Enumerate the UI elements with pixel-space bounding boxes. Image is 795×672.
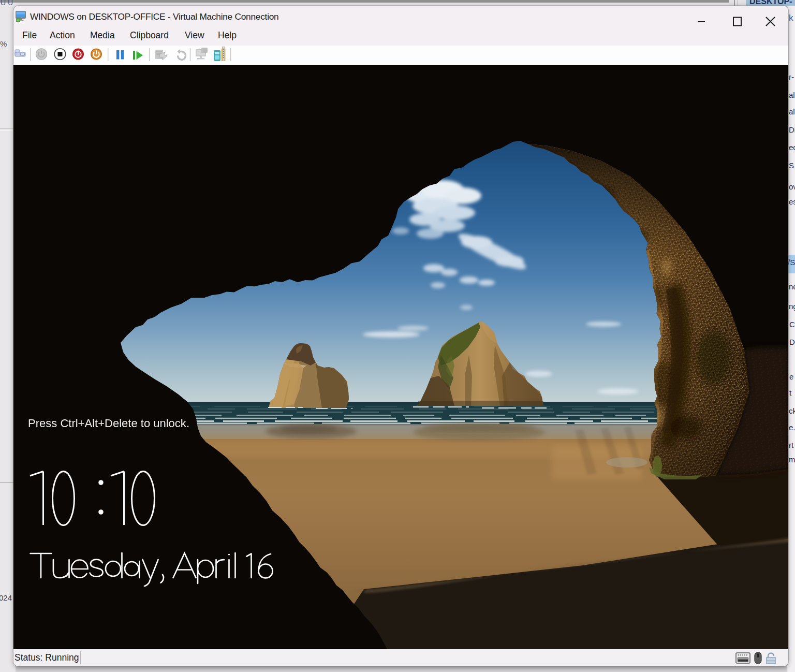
svg-text:Press Ctrl+Alt+Delete to unloc: Press Ctrl+Alt+Delete to unlock. [28, 417, 189, 430]
